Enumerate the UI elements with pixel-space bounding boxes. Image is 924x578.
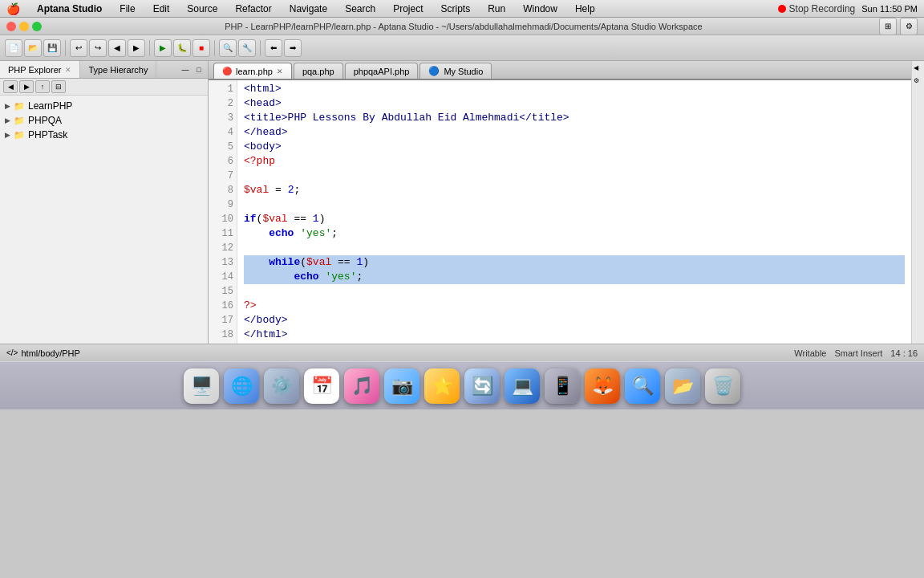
menu-window[interactable]: Window xyxy=(519,2,561,16)
menu-run[interactable]: Run xyxy=(484,2,509,16)
right-settings-btn[interactable]: ⚙ xyxy=(914,77,923,87)
code-line-3[interactable]: <title>PHP Lessons By Abdullah Eid Almeh… xyxy=(244,111,905,125)
code-line-4[interactable]: </head> xyxy=(244,125,905,140)
tab-learn-php[interactable]: 🔴 learn.php ✕ xyxy=(213,63,292,79)
panel-tab-php-explorer[interactable]: PHP Explorer ✕ xyxy=(0,61,80,78)
dock-mobile[interactable]: 📱 xyxy=(545,368,580,404)
code-line-11[interactable]: echo 'yes'; xyxy=(244,226,905,241)
menu-project[interactable]: Project xyxy=(389,2,427,16)
apple-logo[interactable]: 🍎 xyxy=(6,2,20,15)
stop-recording-group[interactable]: Stop Recording xyxy=(778,3,856,14)
code-line-16[interactable]: ?> xyxy=(244,299,905,313)
line-number-7: 7 xyxy=(212,169,233,183)
status-writable: Writable xyxy=(794,348,826,358)
view-toggle-btn[interactable]: ⊞ xyxy=(879,18,897,35)
dock-search[interactable]: 🔍 xyxy=(625,368,660,404)
code-line-8[interactable]: $val = 2; xyxy=(244,183,905,197)
save-btn[interactable]: 💾 xyxy=(43,39,61,57)
tree-label-phpqa: PHPQA xyxy=(28,115,62,126)
menu-file[interactable]: File xyxy=(116,2,139,16)
code-line-13[interactable]: while($val == 1) xyxy=(244,255,905,270)
menu-scripts[interactable]: Scripts xyxy=(437,2,475,16)
panel-maximize-btn[interactable]: □ xyxy=(193,64,205,75)
nav-forward-btn[interactable]: ▶ xyxy=(19,80,34,93)
dock-calendar[interactable]: 📅 xyxy=(304,368,339,404)
minimize-button[interactable] xyxy=(19,22,29,31)
dock-firefox[interactable]: 🦊 xyxy=(585,368,620,404)
tab-phpqa-api[interactable]: phpqaAPI.php xyxy=(345,63,419,79)
code-line-2[interactable]: <head> xyxy=(244,96,905,111)
dock-browser[interactable]: 🌐 xyxy=(224,368,259,404)
dock-photos[interactable]: 📷 xyxy=(384,368,419,404)
tree-item-learnphp[interactable]: ▶ 📁 LearnPHP xyxy=(0,99,208,113)
stop-btn[interactable]: ■ xyxy=(192,39,210,57)
dock-trash[interactable]: 🗑️ xyxy=(705,368,740,404)
forward-btn[interactable]: ▶ xyxy=(128,39,145,57)
redo-btn[interactable]: ↪ xyxy=(89,39,107,57)
code-content[interactable]: <html><head><title>PHP Lessons By Abdull… xyxy=(237,80,911,344)
title-bar-controls: ⊞ ⚙ xyxy=(879,18,918,35)
close-button[interactable] xyxy=(6,22,16,31)
code-line-9[interactable] xyxy=(244,197,905,212)
window-controls xyxy=(6,22,42,31)
prev-edit-btn[interactable]: ⬅ xyxy=(265,39,282,57)
build-btn[interactable]: 🔧 xyxy=(238,39,256,57)
new-btn[interactable]: 📄 xyxy=(5,39,22,57)
tab-close-learn[interactable]: ✕ xyxy=(277,67,283,75)
code-line-1[interactable]: <html> xyxy=(244,82,905,96)
back-btn[interactable]: ◀ xyxy=(108,39,126,57)
right-collapse-btn[interactable]: ◀ xyxy=(914,64,923,74)
search-toolbar-btn[interactable]: 🔍 xyxy=(219,39,237,57)
nav-up-btn[interactable]: ↑ xyxy=(35,80,50,93)
code-line-5[interactable]: <body> xyxy=(244,140,905,154)
dock-time-machine[interactable]: 🔄 xyxy=(464,368,500,404)
app-name-menu[interactable]: Aptana Studio xyxy=(33,2,106,16)
menu-refactor[interactable]: Refactor xyxy=(231,2,275,16)
tree-arrow-phpqa: ▶ xyxy=(5,116,10,124)
tab-my-studio[interactable]: 🔵 My Studio xyxy=(419,63,492,79)
tab-pqa-php[interactable]: pqa.php xyxy=(294,63,343,79)
code-line-10[interactable]: if($val == 1) xyxy=(244,212,905,226)
line-number-18: 18 xyxy=(212,328,233,342)
menu-help[interactable]: Help xyxy=(571,2,599,16)
nav-collapse-btn[interactable]: ⊟ xyxy=(51,80,66,93)
menu-edit[interactable]: Edit xyxy=(149,2,174,16)
php-explorer-close[interactable]: ✕ xyxy=(65,66,71,74)
code-line-17[interactable]: </body> xyxy=(244,313,905,328)
code-line-14[interactable]: echo 'yes'; xyxy=(244,270,905,284)
line-number-15: 15 xyxy=(212,284,233,299)
folder-icon-learnphp: 📁 xyxy=(14,101,25,112)
menu-navigate[interactable]: Navigate xyxy=(286,2,331,16)
menu-source[interactable]: Source xyxy=(183,2,221,16)
dock-star[interactable]: ⭐ xyxy=(424,368,460,404)
run-btn[interactable]: ▶ xyxy=(154,39,172,57)
settings-btn[interactable]: ⚙ xyxy=(900,18,918,35)
stop-recording-label[interactable]: Stop Recording xyxy=(789,3,856,14)
code-line-18[interactable]: </html> xyxy=(244,328,905,342)
toolbar-sep-3 xyxy=(214,40,215,56)
menu-search[interactable]: Search xyxy=(341,2,379,16)
code-line-15[interactable] xyxy=(244,284,905,299)
code-line-7[interactable] xyxy=(244,169,905,183)
code-editor[interactable]: 123456789101112131415161718 <html><head>… xyxy=(209,80,911,344)
debug-btn[interactable]: 🐛 xyxy=(173,39,191,57)
dock-folder[interactable]: 📂 xyxy=(665,368,700,404)
open-btn[interactable]: 📂 xyxy=(24,39,42,57)
code-line-6[interactable]: <?php xyxy=(244,154,905,169)
toolbar-sep-4 xyxy=(260,40,261,56)
dock-system-prefs[interactable]: ⚙️ xyxy=(264,368,299,404)
next-edit-btn[interactable]: ➡ xyxy=(284,39,302,57)
code-line-12[interactable] xyxy=(244,241,905,255)
maximize-button[interactable] xyxy=(32,22,42,31)
dock-itunes[interactable]: 🎵 xyxy=(344,368,379,404)
status-position: 14 : 16 xyxy=(890,348,918,358)
panel-tab-type-hierarchy[interactable]: Type Hierarchy xyxy=(80,61,156,78)
tree-item-phptask[interactable]: ▶ 📁 PHPTask xyxy=(0,128,208,142)
undo-btn[interactable]: ↩ xyxy=(70,39,87,57)
dock-finder[interactable]: 🖥️ xyxy=(184,368,219,404)
tree-item-phpqa[interactable]: ▶ 📁 PHPQA xyxy=(0,113,208,128)
tabs-bar: 🔴 learn.php ✕ pqa.php phpqaAPI.php 🔵 My … xyxy=(209,61,911,80)
dock-aptana[interactable]: 💻 xyxy=(505,368,540,404)
panel-minimize-btn[interactable]: — xyxy=(180,64,191,75)
nav-back-btn[interactable]: ◀ xyxy=(3,80,18,93)
